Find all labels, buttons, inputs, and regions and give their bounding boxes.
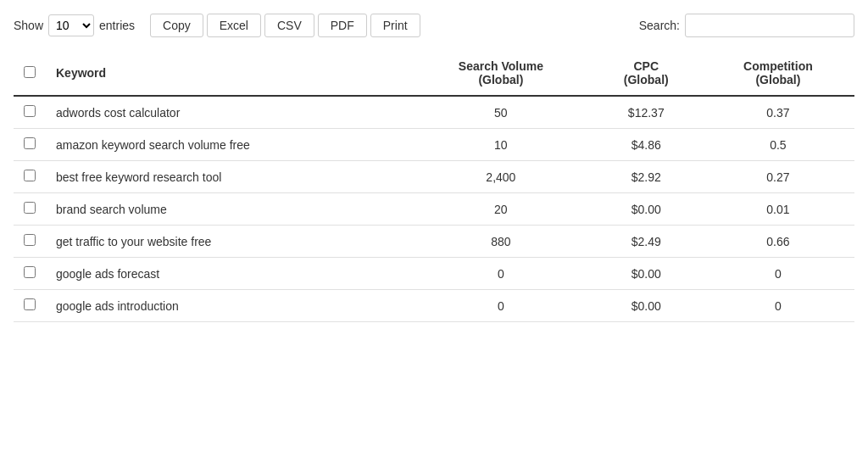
row-search-volume: 880 bbox=[411, 226, 591, 258]
row-checkbox[interactable] bbox=[24, 234, 36, 246]
header-cpc: CPC(Global) bbox=[591, 51, 702, 96]
export-buttons: Copy Excel CSV PDF Print bbox=[150, 14, 420, 37]
row-competition: 0.5 bbox=[702, 129, 854, 161]
row-keyword: google ads introduction bbox=[46, 290, 411, 322]
row-competition: 0.66 bbox=[702, 226, 854, 258]
row-competition: 0 bbox=[702, 290, 854, 322]
row-checkbox[interactable] bbox=[24, 105, 36, 117]
show-entries-control: Show 102550100 entries bbox=[14, 14, 135, 36]
row-cpc: $12.37 bbox=[591, 96, 702, 129]
row-search-volume: 2,400 bbox=[411, 161, 591, 193]
row-keyword: adwords cost calculator bbox=[46, 96, 411, 129]
table-row: best free keyword research tool2,400$2.9… bbox=[14, 161, 854, 193]
row-search-volume: 50 bbox=[411, 96, 591, 129]
table-body: adwords cost calculator50$12.370.37amazo… bbox=[14, 96, 854, 322]
table-header-row: Keyword Search Volume(Global) CPC(Global… bbox=[14, 51, 854, 96]
select-all-checkbox[interactable] bbox=[24, 66, 36, 78]
row-checkbox[interactable] bbox=[24, 170, 36, 181]
row-search-volume: 0 bbox=[411, 290, 591, 322]
header-checkbox-cell bbox=[14, 51, 46, 96]
row-checkbox-cell bbox=[14, 258, 46, 290]
row-competition: 0.01 bbox=[702, 193, 854, 226]
table-row: google ads forecast0$0.000 bbox=[14, 258, 854, 290]
header-search-volume: Search Volume(Global) bbox=[411, 51, 591, 96]
entries-select[interactable]: 102550100 bbox=[48, 14, 94, 36]
header-competition: Competition(Global) bbox=[702, 51, 854, 96]
row-cpc: $4.86 bbox=[591, 129, 702, 161]
table-row: adwords cost calculator50$12.370.37 bbox=[14, 96, 854, 129]
row-competition: 0.37 bbox=[702, 96, 854, 129]
table-row: google ads introduction0$0.000 bbox=[14, 290, 854, 322]
row-search-volume: 20 bbox=[411, 193, 591, 226]
row-checkbox-cell bbox=[14, 96, 46, 129]
search-label: Search: bbox=[639, 19, 680, 32]
row-checkbox-cell bbox=[14, 226, 46, 258]
row-checkbox-cell bbox=[14, 290, 46, 322]
row-checkbox[interactable] bbox=[24, 137, 36, 149]
row-keyword: best free keyword research tool bbox=[46, 161, 411, 193]
row-cpc: $2.49 bbox=[591, 226, 702, 258]
row-checkbox-cell bbox=[14, 129, 46, 161]
row-search-volume: 0 bbox=[411, 258, 591, 290]
search-area: Search: bbox=[639, 14, 854, 37]
table-row: get traffic to your website free880$2.49… bbox=[14, 226, 854, 258]
toolbar: Show 102550100 entries Copy Excel CSV PD… bbox=[14, 14, 854, 37]
table-row: amazon keyword search volume free10$4.86… bbox=[14, 129, 854, 161]
row-cpc: $0.00 bbox=[591, 290, 702, 322]
row-cpc: $2.92 bbox=[591, 161, 702, 193]
csv-button[interactable]: CSV bbox=[264, 14, 314, 37]
row-keyword: google ads forecast bbox=[46, 258, 411, 290]
row-competition: 0 bbox=[702, 258, 854, 290]
row-checkbox-cell bbox=[14, 161, 46, 193]
keyword-table: Keyword Search Volume(Global) CPC(Global… bbox=[14, 51, 854, 322]
table-row: brand search volume20$0.000.01 bbox=[14, 193, 854, 226]
row-keyword: amazon keyword search volume free bbox=[46, 129, 411, 161]
row-search-volume: 10 bbox=[411, 129, 591, 161]
row-checkbox-cell bbox=[14, 193, 46, 226]
header-keyword: Keyword bbox=[46, 51, 411, 96]
copy-button[interactable]: Copy bbox=[150, 14, 203, 37]
entries-label: entries bbox=[99, 19, 135, 32]
row-competition: 0.27 bbox=[702, 161, 854, 193]
row-keyword: brand search volume bbox=[46, 193, 411, 226]
excel-button[interactable]: Excel bbox=[207, 14, 261, 37]
print-button[interactable]: Print bbox=[370, 14, 420, 37]
row-checkbox[interactable] bbox=[24, 298, 36, 310]
row-checkbox[interactable] bbox=[24, 202, 36, 214]
row-cpc: $0.00 bbox=[591, 193, 702, 226]
row-keyword: get traffic to your website free bbox=[46, 226, 411, 258]
row-cpc: $0.00 bbox=[591, 258, 702, 290]
row-checkbox[interactable] bbox=[24, 266, 36, 278]
pdf-button[interactable]: PDF bbox=[318, 14, 367, 37]
show-label: Show bbox=[14, 19, 43, 32]
search-input[interactable] bbox=[685, 14, 854, 37]
